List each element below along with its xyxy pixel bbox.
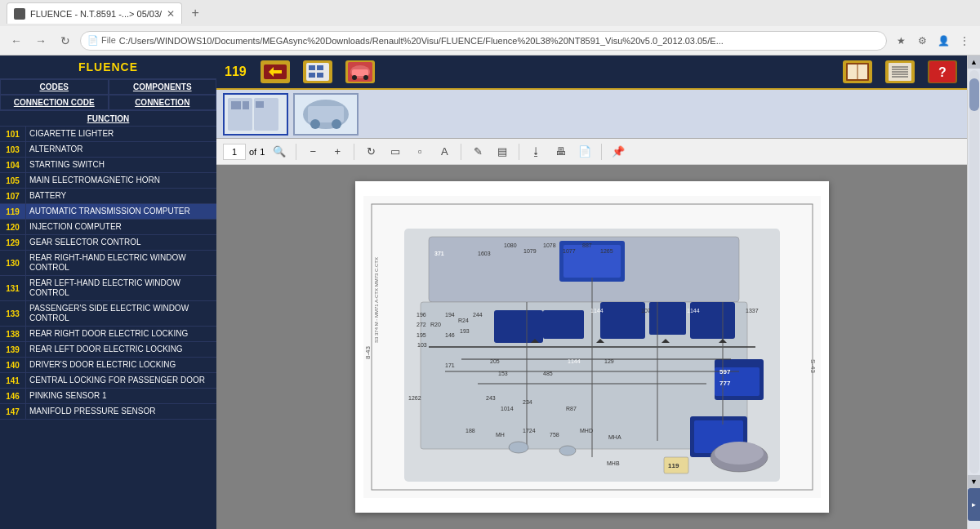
tab-close-button[interactable]: ✕	[167, 8, 175, 20]
svg-text:371: 371	[434, 251, 444, 256]
svg-text:R20: R20	[430, 322, 441, 327]
pdf-text-select[interactable]: A	[434, 142, 454, 162]
side-panel-toggle[interactable]: ►	[968, 488, 981, 521]
toolbar-car-view[interactable]	[344, 59, 376, 85]
pdf-page-input[interactable]	[223, 144, 246, 160]
toolbar-book[interactable]	[841, 59, 874, 85]
sidebar-item-131[interactable]: 131 REAR LEFT-HAND ELECTRIC WINDOW CONTR…	[0, 276, 216, 301]
sidebar-item-101[interactable]: 101 CIGARETTE LIGHTER	[0, 127, 216, 142]
toolbar-component-list[interactable]	[301, 59, 334, 85]
svg-rect-45	[543, 310, 584, 339]
sidebar-item-119[interactable]: 119 AUTOMATIC TRANSMISSION COMPUTER	[0, 204, 216, 220]
svg-text:1262: 1262	[408, 395, 421, 401]
pdf-toolbar: of 1 🔍 − + ↻ ▭ ▫ A ✎ ▤ ⭳ 🖶 📄	[216, 139, 967, 165]
pdf-fit-width[interactable]: ▫	[410, 142, 430, 162]
sidebar-item-120[interactable]: 120 INJECTION COMPUTER	[0, 220, 216, 235]
sidebar-item-103[interactable]: 103 ALTERNATOR	[0, 142, 216, 158]
new-tab-button[interactable]: +	[185, 3, 205, 23]
pdf-sep-2	[354, 144, 354, 160]
pdf-highlight[interactable]: ▤	[492, 142, 512, 162]
sidebar-item-104[interactable]: 104 STARTING SWITCH	[0, 158, 216, 173]
pdf-of-label: of	[249, 147, 256, 157]
sidebar-nav-components[interactable]: COMPONENTS	[109, 79, 217, 95]
sidebar-item-129[interactable]: 129 GEAR SELECTOR CONTROL	[0, 235, 216, 251]
pdf-search-button[interactable]: 🔍	[270, 142, 289, 162]
thumbnail-1[interactable]	[223, 93, 288, 136]
sidebar-item-107[interactable]: 107 BATTERY	[0, 189, 216, 204]
active-tab[interactable]: FLUENCE - N.T.8591 -...> 05/03/ ✕	[7, 2, 182, 24]
sidebar-item-label: REAR RIGHT DOOR ELECTRIC LOCKING	[26, 327, 216, 341]
pdf-pin[interactable]: 📌	[608, 142, 628, 162]
sidebar-item-num: 119	[0, 204, 26, 219]
sidebar-item-141[interactable]: 141 CENTRAL LOCKING FOR PASSENGER DOOR	[0, 373, 216, 389]
sidebar-item-label: CENTRAL LOCKING FOR PASSENGER DOOR	[26, 373, 216, 388]
svg-point-32	[310, 119, 320, 129]
sidebar-item-label: AUTOMATIC TRANSMISSION COMPUTER	[26, 204, 216, 219]
sidebar-item-num: 141	[0, 373, 26, 388]
forward-button[interactable]: →	[31, 31, 51, 51]
nav-bar: ← → ↻ 📄 File C:/Users/WINDOWS10/Document…	[0, 26, 980, 56]
sidebar-function: FUNCTION	[0, 111, 216, 127]
pdf-fit-page[interactable]: ▭	[385, 142, 405, 162]
sidebar-item-label: REAR RIGHT-HAND ELECTRIC WINDOW CONTROL	[26, 251, 216, 275]
sidebar-item-130[interactable]: 130 REAR RIGHT-HAND ELECTRIC WINDOW CONT…	[0, 251, 216, 276]
sidebar-item-139[interactable]: 139 REAR LEFT DOOR ELECTRIC LOCKING	[0, 342, 216, 358]
sidebar-item-146[interactable]: 146 PINKING SENSOR 1	[0, 389, 216, 404]
scroll-down-button[interactable]: ▼	[968, 475, 981, 488]
sidebar-nav-connection-code[interactable]: CONNECTION CODE	[0, 95, 109, 110]
toolbar-wiring[interactable]	[884, 59, 916, 85]
bookmark-button[interactable]: ★	[892, 32, 910, 50]
svg-text:MH: MH	[496, 432, 505, 438]
back-button[interactable]: ←	[7, 31, 26, 51]
refresh-button[interactable]: ↻	[56, 31, 75, 51]
thumbnail-2[interactable]	[293, 93, 359, 136]
svg-text:193: 193	[460, 328, 470, 334]
sidebar-header: FLUENCE	[0, 56, 216, 79]
pdf-total-pages: 1	[260, 147, 265, 157]
svg-text:244: 244	[473, 312, 483, 318]
right-scrollbar[interactable]: ▲ ▼ ►	[967, 56, 980, 529]
toolbar-help[interactable]: ?	[926, 59, 959, 85]
svg-point-33	[332, 119, 341, 129]
sidebar-item-label: DRIVER'S DOOR ELECTRIC LOCKING	[26, 358, 216, 372]
sidebar-item-label: STARTING SWITCH	[26, 158, 216, 172]
pdf-content[interactable]: 8-43 S-43 S3 374 M - MM71 A-CTX MM73 C.C…	[216, 165, 967, 529]
scroll-up-button[interactable]: ▲	[968, 56, 981, 69]
sidebar-item-138[interactable]: 138 REAR RIGHT DOOR ELECTRIC LOCKING	[0, 327, 216, 342]
pdf-zoom-out[interactable]: −	[303, 142, 323, 162]
svg-rect-44	[494, 310, 543, 343]
pdf-viewer: of 1 🔍 − + ↻ ▭ ▫ A ✎ ▤ ⭳ 🖶 📄	[216, 139, 967, 529]
scroll-thumb[interactable]	[969, 78, 979, 111]
toolbar-back-circuit[interactable]	[259, 59, 292, 85]
pdf-annotate[interactable]: ✎	[468, 142, 488, 162]
sidebar-item-105[interactable]: 105 MAIN ELECTROMAGNETIC HORN	[0, 173, 216, 189]
pdf-print[interactable]: 🖶	[550, 142, 570, 162]
pdf-download[interactable]: ⭳	[526, 142, 546, 162]
pdf-rotate[interactable]: ↻	[361, 142, 381, 162]
svg-text:196: 196	[416, 312, 426, 318]
svg-text:1080: 1080	[504, 242, 517, 248]
svg-point-10	[363, 75, 368, 80]
sidebar-item-num: 107	[0, 189, 26, 203]
svg-rect-28	[256, 101, 264, 108]
svg-text:597: 597	[719, 368, 731, 376]
svg-text:119: 119	[668, 462, 679, 469]
sidebar-item-140[interactable]: 140 DRIVER'S DOOR ELECTRIC LOCKING	[0, 358, 216, 373]
pdf-page: 8-43 S-43 S3 374 M - MM71 A-CTX MM73 C.C…	[355, 181, 829, 513]
menu-button[interactable]: ⋮	[956, 32, 973, 50]
svg-text:194: 194	[445, 312, 455, 318]
sidebar-item-147[interactable]: 147 MANIFOLD PRESSURE SENSOR	[0, 404, 216, 420]
sidebar-nav-connection[interactable]: CONNECTION	[109, 95, 217, 110]
profile-button[interactable]: 👤	[934, 32, 952, 50]
sidebar-item-133[interactable]: 133 PASSENGER'S SIDE ELECTRIC WINDOW CON…	[0, 301, 216, 327]
sidebar-function-btn[interactable]: FUNCTION	[87, 114, 130, 123]
pdf-open[interactable]: 📄	[575, 142, 595, 162]
svg-text:129: 129	[604, 358, 614, 364]
svg-text:R24: R24	[458, 318, 469, 323]
sidebar-nav-codes[interactable]: CODES	[0, 79, 109, 95]
address-bar[interactable]: 📄 File C:/Users/WINDOWS10/Documents/MEGA…	[80, 31, 887, 51]
extensions-button[interactable]: ⚙	[913, 32, 931, 50]
svg-text:107: 107	[641, 308, 651, 313]
pdf-zoom-in[interactable]: +	[327, 142, 347, 162]
sidebar-item-label: INJECTION COMPUTER	[26, 220, 216, 234]
